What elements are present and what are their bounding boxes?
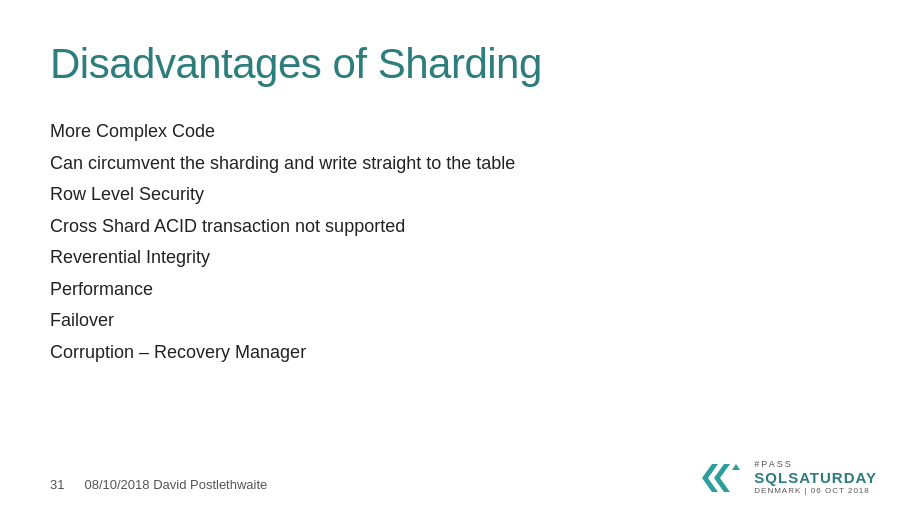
list-item: Failover xyxy=(50,305,857,337)
list-item: Performance xyxy=(50,274,857,306)
page-number: 31 xyxy=(50,477,64,492)
slide-title: Disadvantages of Sharding xyxy=(50,40,857,88)
footer: 31 08/10/2018 David Postlethwaite xyxy=(50,477,267,492)
svg-marker-2 xyxy=(732,464,740,470)
logo-sqlsaturday-label: SQLSATURDAY xyxy=(754,470,877,487)
list-item: Row Level Security xyxy=(50,179,857,211)
logo-text: #PASS SQLSATURDAY DENMARK | 06 OCT 2018 xyxy=(754,460,877,495)
logo-sub-label: DENMARK | 06 OCT 2018 xyxy=(754,487,877,496)
list-item: Cross Shard ACID transaction not support… xyxy=(50,211,857,243)
presenter-info: 08/10/2018 David Postlethwaite xyxy=(84,477,267,492)
list-item: More Complex Code xyxy=(50,116,857,148)
bullet-list: More Complex CodeCan circumvent the shar… xyxy=(50,116,857,368)
svg-marker-1 xyxy=(714,464,730,492)
list-item: Reverential Integrity xyxy=(50,242,857,274)
sqlsaturday-icon xyxy=(702,460,746,496)
logo-area: #PASS SQLSATURDAY DENMARK | 06 OCT 2018 xyxy=(702,460,877,496)
list-item: Corruption – Recovery Manager xyxy=(50,337,857,369)
slide: Disadvantages of Sharding More Complex C… xyxy=(0,0,907,510)
list-item: Can circumvent the sharding and write st… xyxy=(50,148,857,180)
